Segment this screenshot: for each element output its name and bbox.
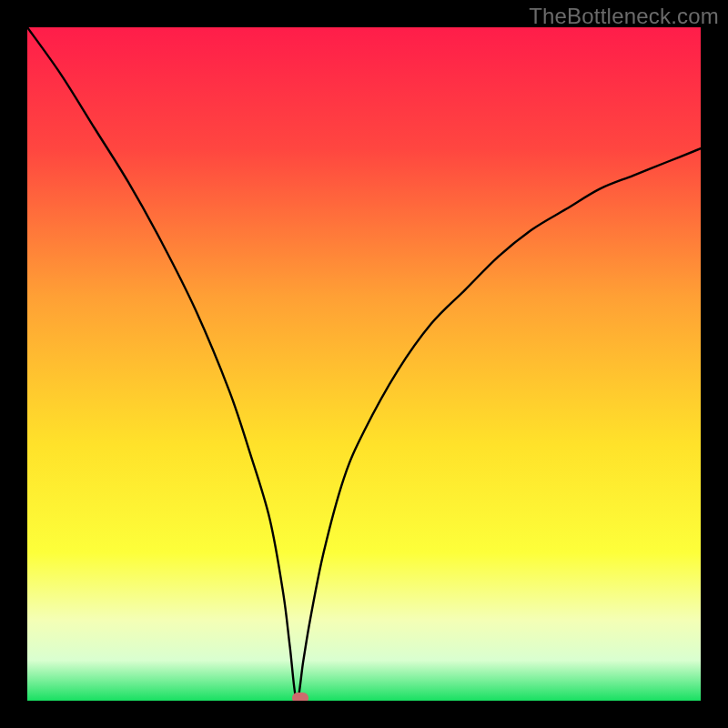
watermark-text: TheBottleneck.com [529, 4, 719, 29]
bottleneck-curve [27, 27, 701, 701]
chart-frame: TheBottleneck.com [0, 0, 728, 728]
plot-area [27, 27, 701, 701]
minimum-marker [292, 693, 308, 701]
